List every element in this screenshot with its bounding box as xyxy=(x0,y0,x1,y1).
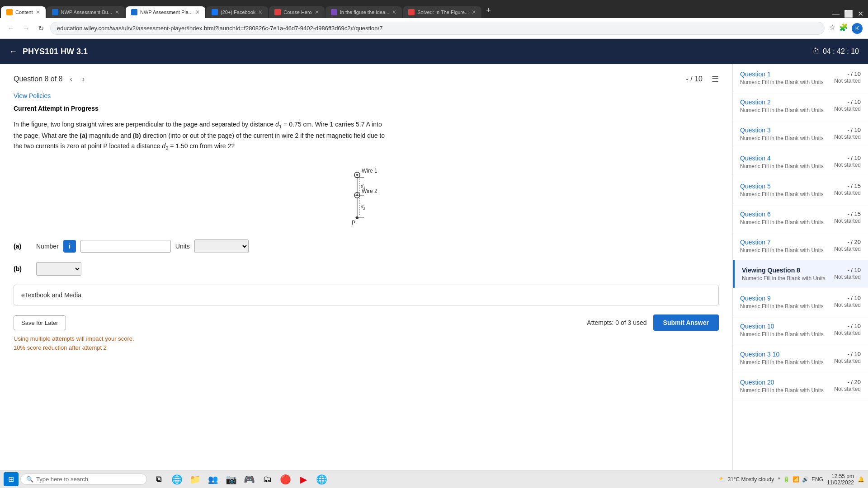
taskbar-folder[interactable]: 🗂 xyxy=(259,471,275,488)
search-icon: 🔍 xyxy=(26,476,33,483)
sidebar-item-q8[interactable]: Viewing Question 8 Numeric Fill in the B… xyxy=(733,260,868,288)
etextbook-box: eTextbook and Media xyxy=(14,285,719,305)
taskbar-edge[interactable]: 🌐 xyxy=(169,471,185,488)
tab-figure-ideal[interactable]: In the figure the idea... ✕ xyxy=(326,6,402,18)
tray-arrow[interactable]: ^ xyxy=(778,476,780,483)
notifications-icon[interactable]: 🔔 xyxy=(858,476,864,483)
profile-icon[interactable]: K xyxy=(852,23,863,34)
url-input[interactable] xyxy=(50,22,825,35)
question-list-icon[interactable]: ☰ xyxy=(712,74,719,84)
save-later-button[interactable]: Save for Later xyxy=(14,315,66,330)
timer-icon: ⏱ xyxy=(812,47,820,56)
taskbar-teams[interactable]: 👥 xyxy=(205,471,221,488)
q9-type: Numeric Fill in the Blank with Units xyxy=(740,303,834,310)
tab-close[interactable]: ✕ xyxy=(258,9,263,15)
taskbar-search[interactable]: 🔍 Type here to search xyxy=(20,474,147,485)
q6-score: - / 15 xyxy=(834,211,861,217)
tab-facebook[interactable]: (20+) Facebook ✕ xyxy=(206,6,268,18)
q6-status: Not started xyxy=(834,218,861,224)
sidebar-item-q5[interactable]: Question 5 Numeric Fill in the Blank wit… xyxy=(733,176,868,204)
submit-section: Attempts: 0 of 3 used Submit Answer xyxy=(587,314,719,331)
clock-time: 12:55 pm xyxy=(827,473,854,479)
q12-title: Question 20 xyxy=(740,379,834,386)
browser-chrome: Content ✕ NWP Assessment Bu... ✕ NWP Ass… xyxy=(0,0,868,39)
q4-type: Numeric Fill in the Blank with Units xyxy=(740,163,834,169)
taskbar-browser2[interactable]: 🌐 xyxy=(313,471,330,488)
q9-score: - / 10 xyxy=(834,295,861,301)
q11-title: Question 3 10 xyxy=(740,351,834,358)
bookmark-icon[interactable]: ☆ xyxy=(829,23,835,34)
tab-close[interactable]: ✕ xyxy=(315,9,319,15)
maximize-icon[interactable]: ⬜ xyxy=(844,9,853,18)
taskbar-netflix[interactable]: ▶ xyxy=(295,471,311,488)
sidebar-item-q7[interactable]: Question 7 Numeric Fill in the Blank wit… xyxy=(733,232,868,260)
direction-select[interactable]: into out of xyxy=(36,262,81,276)
taskbar-chrome[interactable]: 🔴 xyxy=(277,471,293,488)
taskbar-multitask[interactable]: ⧉ xyxy=(151,471,167,488)
q4-title: Question 4 xyxy=(740,155,834,162)
refresh-button[interactable]: ↻ xyxy=(36,22,46,34)
units-label: Units xyxy=(175,243,190,250)
tab-title: NWP Assessment Pla... xyxy=(140,9,193,15)
close-icon[interactable]: ✕ xyxy=(858,9,863,18)
prev-question-button[interactable]: ‹ xyxy=(67,73,75,85)
sidebar-item-q2[interactable]: Question 2 Numeric Fill in the Blank wit… xyxy=(733,92,868,120)
sidebar-item-q1[interactable]: Question 1 Numeric Fill in the Blank wit… xyxy=(733,64,868,92)
forward-nav-button[interactable]: → xyxy=(21,23,32,34)
taskbar-lens[interactable]: 📷 xyxy=(223,471,239,488)
view-policies-link[interactable]: View Policies xyxy=(14,92,719,99)
bottom-bar: Save for Later Attempts: 0 of 3 used Sub… xyxy=(14,314,719,331)
start-button[interactable]: ⊞ xyxy=(4,472,19,486)
sidebar-item-q12[interactable]: Question 20 Numeric Fill in the Blank wi… xyxy=(733,372,868,400)
question-navigation: Question 8 of 8 ‹ › - / 10 ☰ xyxy=(14,73,719,85)
q1-score: - / 10 xyxy=(834,70,861,77)
sidebar-item-q9[interactable]: Question 9 Numeric Fill in the Blank wit… xyxy=(733,288,868,316)
sidebar-item-q4[interactable]: Question 4 Numeric Fill in the Blank wit… xyxy=(733,148,868,176)
search-placeholder: Type here to search xyxy=(36,476,88,483)
q8-type: Numeric Fill in the Blank with Units xyxy=(742,275,834,282)
info-button[interactable]: i xyxy=(63,240,76,253)
tab-close[interactable]: ✕ xyxy=(115,9,119,15)
number-input[interactable] xyxy=(80,240,171,253)
number-label: Number xyxy=(36,243,59,250)
tab-content[interactable]: Content ✕ xyxy=(1,6,46,18)
time-display[interactable]: 12:55 pm 11/02/2022 xyxy=(827,473,854,486)
next-question-button[interactable]: › xyxy=(80,73,87,85)
attempt-status: Current Attempt in Progress xyxy=(14,105,719,112)
sidebar-item-q6[interactable]: Question 6 Numeric Fill in the Blank wit… xyxy=(733,204,868,232)
tab-close[interactable]: ✕ xyxy=(36,9,40,15)
sidebar-item-q3[interactable]: Question 3 Numeric Fill in the Blank wit… xyxy=(733,120,868,148)
tab-close[interactable]: ✕ xyxy=(392,9,396,15)
q5-score: - / 15 xyxy=(834,183,861,189)
extensions-icon[interactable]: 🧩 xyxy=(839,23,848,34)
minimize-icon[interactable]: — xyxy=(832,10,840,18)
tab-coursehero[interactable]: Course Hero ✕ xyxy=(269,6,324,18)
back-nav-button[interactable]: ← xyxy=(5,23,16,34)
content-area: Question 8 of 8 ‹ › - / 10 ☰ View Polici… xyxy=(0,64,732,488)
diagram-svg: Wire 1 d1 Wire 2 d2 P xyxy=(330,161,402,229)
new-tab-button[interactable]: + xyxy=(481,3,495,18)
tab-nwp-pla[interactable]: NWP Assessment Pla... ✕ xyxy=(126,6,205,18)
etextbook-label: eTextbook and Media xyxy=(21,291,81,299)
tab-close[interactable]: ✕ xyxy=(195,9,200,15)
app-title: PHYS101 HW 3.1 xyxy=(23,47,812,56)
tab-solved[interactable]: Solved: In The Figure... ✕ xyxy=(403,6,481,18)
q8-title: Viewing Question 8 xyxy=(742,267,834,274)
sidebar-item-q11[interactable]: Question 3 10 Numeric Fill in the Blank … xyxy=(733,344,868,372)
submit-answer-button[interactable]: Submit Answer xyxy=(653,314,719,331)
taskbar-files[interactable]: 📁 xyxy=(187,471,203,488)
tab-nwp-bu[interactable]: NWP Assessment Bu... ✕ xyxy=(47,6,125,18)
sidebar-item-q10[interactable]: Question 10 Numeric Fill in the Blank wi… xyxy=(733,316,868,344)
back-button[interactable]: ← xyxy=(9,47,17,56)
part-a-label: (a) xyxy=(14,243,32,250)
tab-favicon xyxy=(6,9,13,15)
taskbar-right: ⛅ 31°C Mostly cloudy ^ 🔋 📶 🔊 ENG 12:55 p… xyxy=(719,473,864,486)
volume-icon: 🔊 xyxy=(802,476,809,483)
q6-title: Question 6 xyxy=(740,211,834,218)
q6-type: Numeric Fill in the Blank with Units xyxy=(740,219,834,225)
q10-type: Numeric Fill in the Blank with Units xyxy=(740,331,834,338)
q3-title: Question 3 xyxy=(740,127,834,134)
units-select[interactable]: A mA T xyxy=(194,239,249,253)
taskbar-xbox[interactable]: 🎮 xyxy=(241,471,257,488)
tab-close[interactable]: ✕ xyxy=(472,9,476,15)
